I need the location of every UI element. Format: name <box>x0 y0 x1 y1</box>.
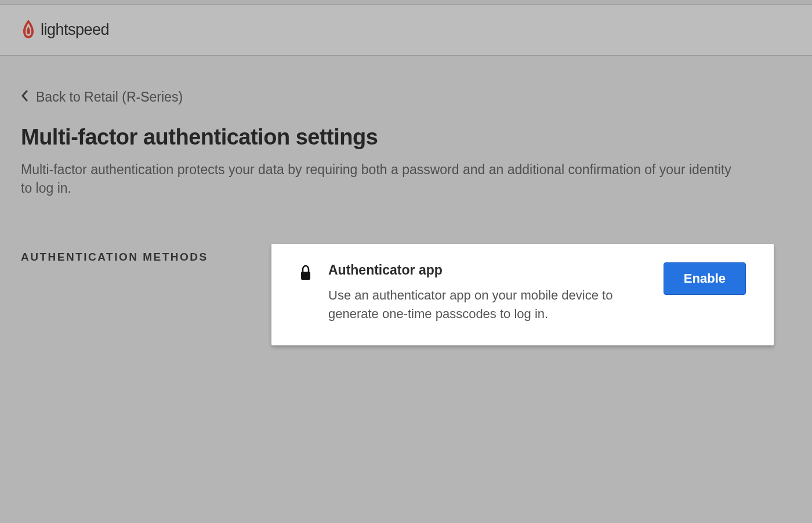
brand-name: lightspeed <box>41 21 109 39</box>
auth-methods-section: AUTHENTICATION METHODS Authenticator app… <box>21 244 791 345</box>
card-body: Authenticator app Use an authenticator a… <box>328 262 647 323</box>
method-description: Use an authenticator app on your mobile … <box>328 286 624 323</box>
svg-rect-0 <box>301 272 310 280</box>
page-description: Multi-factor authentication protects you… <box>21 160 746 197</box>
app-header: lightspeed <box>0 5 812 56</box>
method-title: Authenticator app <box>328 262 647 278</box>
back-link[interactable]: Back to Retail (R-Series) <box>21 89 183 105</box>
window-top-strip <box>0 0 812 5</box>
page-title: Multi-factor authentication settings <box>21 125 791 150</box>
enable-button[interactable]: Enable <box>664 262 746 295</box>
section-heading: AUTHENTICATION METHODS <box>21 244 271 264</box>
back-link-label: Back to Retail (R-Series) <box>36 89 183 105</box>
lightspeed-flame-icon <box>21 20 36 41</box>
authenticator-app-card: Authenticator app Use an authenticator a… <box>271 244 774 345</box>
lock-icon <box>299 262 312 283</box>
brand-logo[interactable]: lightspeed <box>21 20 109 41</box>
chevron-left-icon <box>21 89 28 105</box>
main-content: Back to Retail (R-Series) Multi-factor a… <box>0 56 812 345</box>
